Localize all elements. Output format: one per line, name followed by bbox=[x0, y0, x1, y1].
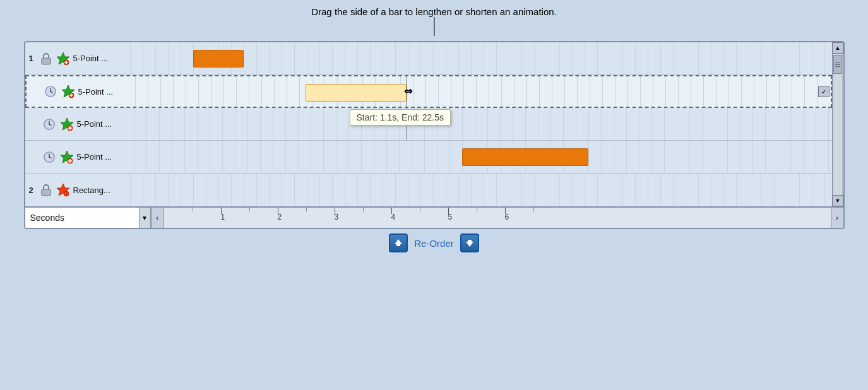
svg-marker-32 bbox=[395, 239, 402, 244]
row4-timeline bbox=[134, 141, 832, 173]
tick-mark bbox=[335, 208, 335, 214]
reorder-label: Re-Order bbox=[414, 238, 454, 249]
bottom-toolbar: Re-Order bbox=[389, 229, 479, 257]
scrollbar-right: ▲ ▼ bbox=[832, 42, 843, 206]
tick-label: 4 bbox=[391, 208, 396, 222]
row5-timeline bbox=[130, 174, 832, 206]
svg-rect-29 bbox=[42, 189, 51, 196]
seconds-selector: Seconds ▼ bbox=[25, 208, 152, 228]
animation-bar[interactable] bbox=[462, 148, 588, 166]
dropdown-button[interactable]: ✓ bbox=[818, 86, 829, 97]
row-label: 5-Point ... bbox=[78, 87, 135, 97]
seconds-dropdown-button[interactable]: ▼ bbox=[139, 208, 150, 228]
svg-marker-34 bbox=[466, 242, 473, 247]
star-icon bbox=[54, 181, 72, 199]
svg-point-16 bbox=[48, 123, 49, 124]
tooltip-box: Start: 1.1s, End: 22.5s bbox=[350, 109, 451, 126]
seconds-label: Seconds bbox=[25, 213, 139, 223]
row-label: Rectang... bbox=[73, 186, 130, 195]
tooltip-hint: Drag the side of a bar to lengthen or sh… bbox=[311, 6, 557, 17]
table-row: 2 Rectang... bbox=[25, 174, 832, 206]
grip-line bbox=[835, 66, 840, 67]
row1-timeline bbox=[130, 42, 832, 74]
row-number: 2 bbox=[25, 186, 39, 195]
table-row: 1 5-Point ... bbox=[25, 42, 832, 75]
row3-timeline bbox=[134, 108, 832, 140]
scroll-track bbox=[833, 54, 843, 195]
timeline-ruler: Seconds ▼ ‹ 1 2 3 4 5 6 › bbox=[25, 206, 843, 228]
tick-label: 6 bbox=[505, 208, 509, 222]
grip-line bbox=[835, 62, 840, 63]
svg-point-8 bbox=[49, 91, 51, 92]
ruler-scroll-left-button[interactable]: ‹ bbox=[152, 208, 164, 228]
row2-timeline: ⇔ Start: 1.1s, End: 22.5s bbox=[135, 76, 818, 107]
star-icon bbox=[54, 50, 72, 68]
table-row: 5-Point ... bbox=[25, 141, 832, 174]
lock-icon bbox=[39, 52, 53, 66]
tick-mark bbox=[448, 208, 449, 214]
table-row: 5-Point ... ⇔ Start: 1.1s, End: 22.5s ✓ bbox=[25, 75, 832, 108]
reorder-down-button[interactable] bbox=[460, 233, 479, 252]
tick-mark bbox=[306, 208, 307, 211]
star-icon bbox=[58, 115, 76, 133]
tick-mark bbox=[391, 208, 392, 214]
tick-mark bbox=[477, 208, 477, 211]
star-icon bbox=[59, 83, 77, 100]
animation-bar[interactable] bbox=[193, 50, 244, 68]
tick-mark bbox=[221, 208, 222, 214]
tick-label: 1 bbox=[221, 208, 225, 222]
star-icon bbox=[58, 148, 76, 166]
svg-point-31 bbox=[64, 191, 69, 196]
tick-mark bbox=[505, 208, 506, 214]
tick-mark bbox=[249, 208, 250, 211]
reorder-up-button[interactable] bbox=[389, 233, 408, 252]
clock-icon bbox=[42, 150, 57, 165]
scroll-grip[interactable] bbox=[833, 55, 842, 74]
ruler-scroll-right-button[interactable]: › bbox=[831, 208, 843, 228]
animation-bar[interactable] bbox=[306, 84, 407, 102]
svg-rect-33 bbox=[396, 244, 400, 246]
tick-mark bbox=[278, 208, 278, 214]
tick-mark bbox=[533, 208, 534, 211]
tick-mark bbox=[193, 208, 193, 211]
scroll-up-button[interactable]: ▲ bbox=[832, 42, 843, 54]
tick-label: 5 bbox=[448, 208, 453, 222]
rows-container: 1 5-Point ... bbox=[25, 42, 832, 206]
tick-mark bbox=[363, 208, 364, 211]
clock-icon bbox=[43, 84, 58, 99]
svg-rect-35 bbox=[468, 240, 472, 242]
grip-line bbox=[835, 64, 840, 65]
clock-icon bbox=[42, 117, 57, 132]
row-label: 5-Point ... bbox=[77, 119, 134, 129]
tooltip-text: Start: 1.1s, End: 22.5s bbox=[357, 112, 444, 122]
tick-label: 3 bbox=[335, 208, 339, 222]
resize-handle[interactable]: ⇔ bbox=[404, 85, 412, 97]
row-label: 5-Point ... bbox=[73, 54, 130, 63]
tick-label: 2 bbox=[278, 208, 282, 222]
row-number: 1 bbox=[25, 54, 39, 63]
ruler-ticks: 1 2 3 4 5 6 bbox=[164, 208, 831, 228]
tooltip-line bbox=[407, 76, 407, 139]
svg-point-24 bbox=[48, 156, 49, 157]
lock-icon bbox=[39, 183, 53, 197]
panel: 1 5-Point ... bbox=[24, 41, 845, 229]
svg-rect-0 bbox=[42, 58, 51, 64]
tick-mark bbox=[420, 208, 420, 211]
scroll-down-button[interactable]: ▼ bbox=[832, 195, 843, 206]
row-label: 5-Point ... bbox=[77, 152, 134, 162]
